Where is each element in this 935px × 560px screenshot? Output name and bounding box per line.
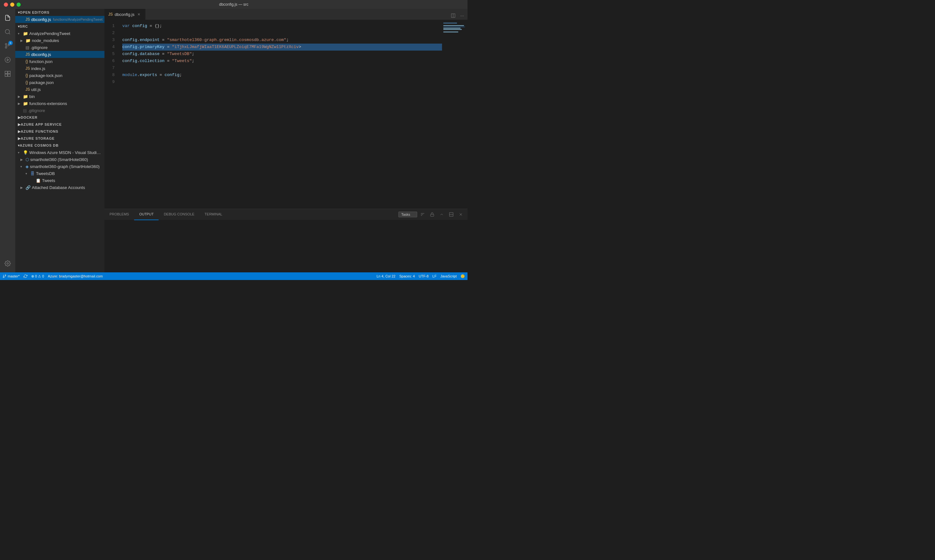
tree-functions-ext[interactable]: ▶ 📁 functions-extensions	[15, 100, 105, 107]
util-js-label: util.js	[31, 87, 41, 92]
tree-attached-db[interactable]: ▶ 🔗 Attached Database Accounts	[15, 184, 105, 191]
tab-bar-actions: ···	[449, 11, 468, 20]
tree-dbconfig[interactable]: JS dbconfig.js	[15, 51, 105, 58]
split-editor-button[interactable]	[449, 11, 457, 20]
language-status[interactable]: JavaScript	[440, 274, 457, 278]
tree-tweetsdb[interactable]: ▾ 🗄 TweetsDB	[15, 170, 105, 177]
tree-package-json[interactable]: {} package.json	[15, 79, 105, 86]
tree-index-js[interactable]: JS index.js	[15, 65, 105, 72]
code-line-9	[122, 78, 442, 86]
panel-toolbar: Tasks	[398, 210, 468, 218]
tree-bin[interactable]: ▶ 📁 bin	[15, 93, 105, 100]
split-panel-button[interactable]	[447, 210, 455, 218]
azure-account-status[interactable]: Azure: bradymgaster@hotmail.com	[48, 274, 103, 278]
chevron-up-button[interactable]	[438, 210, 446, 218]
tree-util-js[interactable]: JS util.js	[15, 86, 105, 93]
terminal-tab[interactable]: TERMINAL	[199, 209, 227, 220]
close-panel-button[interactable]	[457, 210, 465, 218]
bin-folder-icon: 📁	[23, 94, 28, 99]
window-title: dbconfig.js — src	[219, 2, 248, 7]
tweetsdb-label: TweetsDB	[36, 171, 55, 176]
json-icon1: {}	[25, 59, 28, 64]
cosmos-icon1: ⬡	[25, 157, 29, 162]
svg-marker-6	[7, 59, 9, 61]
tree-function-json[interactable]: {} function.json	[15, 58, 105, 65]
maximize-button[interactable]	[17, 3, 21, 7]
docker-section[interactable]: ▶ DOCKER	[15, 114, 105, 121]
search-activity-icon[interactable]	[1, 25, 14, 38]
sync-status[interactable]	[23, 274, 28, 278]
tree-analyze-pending-tweet[interactable]: ▾ 📁 AnalyzePendingTweet	[15, 30, 105, 37]
tree-node-modules[interactable]: ▶ 📁 node_modules	[15, 37, 105, 44]
tab-close-button[interactable]: ×	[136, 12, 141, 17]
azure-app-service-label: AZURE APP SERVICE	[21, 123, 62, 126]
debug-console-tab[interactable]: DEBUG CONSOLE	[159, 209, 199, 220]
debug-activity-icon[interactable]	[1, 54, 14, 66]
open-editors-section[interactable]: ▾ OPEN EDITORS	[15, 9, 105, 16]
errors-label: ⊗ 0 ⚠ 0	[31, 274, 44, 278]
position-label: Ln 4, Col 22	[376, 274, 395, 278]
lock-button[interactable]	[428, 210, 436, 218]
files-activity-icon[interactable]	[1, 11, 14, 24]
open-editor-label: dbconfig.js	[31, 17, 51, 22]
tree-gitignore2[interactable]: ▤ .gitignore	[15, 107, 105, 114]
eol-status[interactable]: LF	[432, 274, 437, 278]
tree-package-lock[interactable]: {} package-lock.json	[15, 72, 105, 79]
folder-icon2: 📁	[25, 38, 31, 43]
code-line-3: config.endpoint = "smarthotel360-graph.g…	[122, 37, 442, 44]
source-control-badge: 6	[8, 41, 13, 45]
azure-cosmos-db-section[interactable]: ▾ AZURE COSMOS DB	[15, 142, 105, 149]
svg-line-1	[9, 33, 10, 34]
panel-tabs-container: PROBLEMS OUTPUT DEBUG CONSOLE TERMINAL	[105, 209, 468, 220]
azure-functions-section[interactable]: ▶ AZURE FUNCTIONS	[15, 128, 105, 135]
spaces-label: Spaces: 4	[400, 274, 415, 278]
title-bar: dbconfig.js — src	[0, 0, 468, 9]
svg-point-23	[5, 275, 6, 276]
status-bar: master* ⊗ 0 ⚠ 0 Azure: bradymgaster@hotm…	[0, 272, 468, 280]
branch-status[interactable]: master*	[3, 274, 20, 278]
spaces-status[interactable]: Spaces: 4	[400, 274, 415, 278]
json-icon3: {}	[25, 80, 28, 85]
src-section[interactable]: ▾ SRC	[15, 23, 105, 30]
svg-rect-7	[5, 71, 8, 74]
problems-tab[interactable]: PROBLEMS	[105, 209, 134, 220]
tab-dbconfig[interactable]: JS dbconfig.js ×	[105, 9, 145, 20]
branch-icon	[3, 274, 6, 278]
minimize-button[interactable]	[10, 3, 14, 7]
open-editor-dbconfig[interactable]: JS dbconfig.js functions/AnalyzePendingT…	[15, 16, 105, 23]
azure-label: Azure: bradymgaster@hotmail.com	[48, 274, 103, 278]
azure-app-service-section[interactable]: ▶ AZURE APP SERVICE	[15, 121, 105, 128]
sync-icon	[23, 274, 28, 278]
errors-warnings-status[interactable]: ⊗ 0 ⚠ 0	[31, 274, 44, 278]
panel-output-content	[105, 220, 468, 272]
tree-gitignore1[interactable]: ▤ .gitignore	[15, 44, 105, 51]
extensions-activity-icon[interactable]	[1, 68, 14, 80]
json-icon2: {}	[25, 73, 28, 78]
tree-subscription[interactable]: ▾ 💡 Windows Azure MSDN - Visual Studio U…	[15, 149, 105, 156]
bottom-panel: PROBLEMS OUTPUT DEBUG CONSOLE TERMINAL	[105, 209, 468, 272]
azure-storage-section[interactable]: ▶ AZURE STORAGE	[15, 135, 105, 142]
code-editor[interactable]: var config = {}; config.endpoint = "smar…	[120, 20, 442, 209]
folder-label: AnalyzePendingTweet	[29, 31, 70, 36]
more-actions-button[interactable]: ···	[458, 11, 466, 20]
svg-rect-10	[8, 74, 11, 77]
svg-point-24	[3, 277, 4, 278]
tree-smarthotel360[interactable]: ▶ ⬡ smarthotel360 (SmartHotel360)	[15, 156, 105, 163]
function-json-label: function.json	[29, 59, 52, 64]
list-filter-button[interactable]	[418, 210, 427, 218]
tree-smarthotel360-graph[interactable]: ▾ ◈ smarthotel360-graph (SmartHotel360)	[15, 163, 105, 170]
tree-tweets-collection[interactable]: 📋 Tweets	[15, 177, 105, 184]
smiley-status[interactable]: 🙂	[460, 274, 465, 278]
activity-bar: 6	[0, 9, 15, 272]
encoding-status[interactable]: UTF-8	[419, 274, 429, 278]
task-dropdown[interactable]: Tasks	[398, 212, 417, 217]
svg-point-2	[5, 44, 7, 45]
branch-label: master*	[8, 274, 20, 278]
functions-ext-label: functions-extensions	[29, 101, 67, 106]
output-tab[interactable]: OUTPUT	[134, 209, 159, 220]
close-button[interactable]	[4, 3, 8, 7]
smarthotel360-label: smarthotel360 (SmartHotel360)	[30, 157, 88, 162]
src-label: SRC	[20, 25, 28, 28]
settings-activity-icon[interactable]	[1, 257, 14, 270]
source-control-activity-icon[interactable]: 6	[1, 40, 14, 52]
